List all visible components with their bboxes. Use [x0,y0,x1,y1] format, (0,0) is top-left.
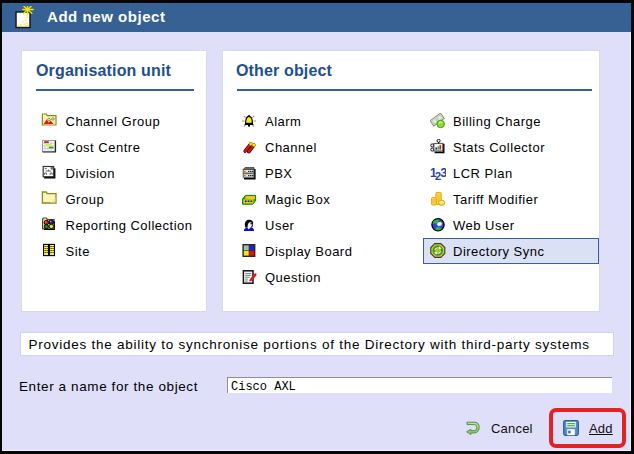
svg-text:3: 3 [440,165,446,180]
